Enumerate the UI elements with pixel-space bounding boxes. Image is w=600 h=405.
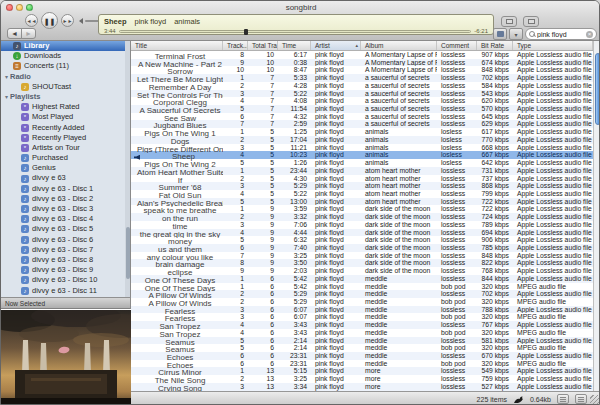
display-mode-button[interactable] [575, 394, 587, 404]
table-row[interactable]: Pigs (Three Different Ones)3511:21pink f… [131, 144, 593, 152]
table-row[interactable]: Set The Controls For The Heart ...375:22… [131, 90, 593, 98]
table-row[interactable]: Seamus562:14pink floydmeddlelossless581 … [131, 337, 593, 345]
sidebar-item-divvy-e-63-disc-1[interactable]: ♪divvy e 63 - Disc 1 [1, 184, 130, 194]
back-button[interactable]: ◄ [7, 28, 22, 39]
table-row[interactable]: Fat Old Sun455:22pink floydatom heart mo… [131, 190, 593, 198]
table-scroll-thumb[interactable] [595, 53, 600, 125]
column-header-title[interactable]: Title [131, 41, 223, 50]
column-header-album[interactable]: Album [361, 41, 437, 50]
sidebar-item-recently-added[interactable]: *Recently Added [1, 123, 130, 133]
seek-bar[interactable] [119, 30, 472, 33]
sidebar-scroll-thumb[interactable] [126, 227, 130, 279]
search-box[interactable]: × [525, 28, 597, 40]
equalizer-button[interactable] [557, 394, 569, 404]
table-row[interactable]: Seamus562:14pink floydmeddlebob pod320 k… [131, 344, 593, 352]
sidebar-item-radio[interactable]: ▾Radio [1, 72, 130, 82]
table-scrollbar[interactable] [593, 41, 600, 391]
table-row[interactable]: A Pillow Of Winds265:29pink floydmeddlel… [131, 290, 593, 298]
table-row[interactable]: A New Machine - Part 29100:38pink floydA… [131, 59, 593, 67]
table-row[interactable]: Corporal Clegg474:08pink floyda saucerfu… [131, 97, 593, 105]
table-row[interactable]: One Of These Days165:42pink floydmeddlel… [131, 275, 593, 283]
table-row[interactable]: Jugband Blues772:59pink floyda saucerful… [131, 120, 593, 128]
table-row[interactable]: Cirrus Minor1135:15pink floydmorelossles… [131, 367, 593, 375]
table-row[interactable]: If254:30pink floydatom heart motherlossl… [131, 175, 593, 183]
column-header-track-[interactable]: Track... [223, 41, 248, 50]
table-row[interactable]: Fearless366:07pink floydmeddlebob pod320… [131, 313, 593, 321]
table-row[interactable]: Terminal Frost8106:17pink floydA Momenta… [131, 51, 593, 59]
column-header-artist[interactable]: Artist [311, 41, 361, 50]
table-row[interactable]: any colour you like793:25pink floyddark … [131, 252, 593, 260]
sidebar-item-artists-on-tour[interactable]: *Artists on Tour [1, 143, 130, 153]
table-row[interactable]: A Pillow Of Winds265:29pink floydmeddleb… [131, 298, 593, 306]
table-row[interactable]: the great gig in the sky494:44pink floyd… [131, 229, 593, 237]
sidebar-item-divvy-e-63-disc-10[interactable]: ♪divvy e 63 - Disc 10 [1, 275, 130, 285]
table-row[interactable]: brain damage893:50pink floyddark side of… [131, 259, 593, 267]
sidebar-item-shoutcast[interactable]: ♪SHOUTcast [1, 82, 130, 92]
sidebar-item-divvy-e-63-disc-7[interactable]: ♪divvy e 63 - Disc 7 [1, 245, 130, 255]
sidebar-item-concerts-11-[interactable]: ≡Concerts (11) [1, 61, 130, 71]
pause-button[interactable]: ❚❚ [41, 12, 58, 29]
table-row[interactable]: us and them697:40pink floyddark side of … [131, 244, 593, 252]
table-row[interactable]: Sheep4510:23pink floydanimalslosless667 … [131, 151, 593, 159]
sidebar-item-downloads[interactable]: ↓Downloads [1, 51, 130, 61]
forward-button[interactable]: ► [21, 28, 36, 39]
table-row[interactable]: Summer '68355:29pink floydatom heart mot… [131, 182, 593, 190]
table-row[interactable]: speak to me breathe193:59pink floyddark … [131, 205, 593, 213]
sidebar-item-divvy-e-63-disc-5[interactable]: ♪divvy e 63 - Disc 5 [1, 224, 130, 234]
table-row[interactable]: money596:32pink floyddark side of the mo… [131, 236, 593, 244]
sidebar-item-divvy-e-63-disc-3[interactable]: ♪divvy e 63 - Disc 3 [1, 204, 130, 214]
now-selected-bar[interactable]: Now Selected [1, 297, 131, 309]
resize-grip[interactable] [590, 395, 600, 405]
table-row[interactable]: Remember A Day274:28pink floyda saucerfu… [131, 82, 593, 90]
column-header-type[interactable]: Type [513, 41, 593, 50]
feather-switch-button[interactable] [523, 16, 539, 27]
sidebar-item-recently-played[interactable]: *Recently Played [1, 133, 130, 143]
column-header-comment[interactable]: Comment [437, 41, 477, 50]
sidebar-item-genius[interactable]: ♪Genius [1, 163, 130, 173]
disclosure-triangle-icon[interactable]: ▾ [5, 92, 8, 102]
table-row[interactable]: Echoes6623:31pink floydmeddlelossless670… [131, 352, 593, 360]
table-row[interactable]: Fearless366:07pink floydmeddlelossless78… [131, 306, 593, 314]
table-row[interactable]: eclipse992:03pink floyddark side of the … [131, 267, 593, 275]
display-pane-toggle-button[interactable] [501, 16, 517, 27]
table-row[interactable]: See Saw674:32pink floyda saucerful of se… [131, 113, 593, 121]
sidebar-item-library[interactable]: ♪Library [1, 41, 130, 51]
table-row[interactable]: Pigs On The Wing 1151:25pink floydanimal… [131, 128, 593, 136]
sidebar-item-divvy-e-63-disc-6[interactable]: ♪divvy e 63 - Disc 6 [1, 235, 130, 245]
table-row[interactable]: Sorrow10108:47pink floydA Momentary Laps… [131, 66, 593, 74]
sidebar-item-divvy-e-63-disc-8[interactable]: ♪divvy e 63 - Disc 8 [1, 255, 130, 265]
sidebar-item-divvy-e-63-disc-2[interactable]: ♪divvy e 63 - Disc 2 [1, 194, 130, 204]
sidebar-item-purchased[interactable]: ♪Purchased [1, 153, 130, 163]
table-row[interactable]: San Tropez463:43pink floydmeddlebob pod3… [131, 329, 593, 337]
table-row[interactable]: Let There Be More Light175:33pink floyda… [131, 74, 593, 82]
table-row[interactable]: One Of These Days165:42pink floydmeddleb… [131, 283, 593, 291]
search-filter-dropdown[interactable]: ▾ [509, 28, 523, 40]
search-input[interactable] [537, 31, 586, 38]
table-row[interactable]: San Tropez463:43pink floydmeddlelossless… [131, 321, 593, 329]
sidebar-item-divvy-e-63-disc-11[interactable]: ♪divvy e 63 - Disc 11 [1, 286, 130, 296]
table-row[interactable]: The Nile Song2133:25pink floydmorelossle… [131, 375, 593, 383]
table-row[interactable]: time397:06pink floyddark side of the moo… [131, 221, 593, 229]
sidebar-item-divvy-e-63-disc-4[interactable]: ♪divvy e 63 - Disc 4 [1, 214, 130, 224]
table-row[interactable]: A Saucerful Of Secrets5711:54pink floyda… [131, 105, 593, 113]
sidebar-scrollbar[interactable] [125, 41, 130, 297]
table-row[interactable]: Pigs On The Wing 2551:26pink floydanimal… [131, 159, 593, 167]
title-bar[interactable]: songbird [1, 1, 600, 14]
sidebar-item-playlists[interactable]: ▾Playlists [1, 92, 130, 102]
column-header-time[interactable]: Time [278, 41, 311, 50]
next-track-button[interactable]: ►► [61, 14, 74, 27]
table-row[interactable]: Crying Song3133:34pink floydmorelossless… [131, 383, 593, 391]
sidebar-item-divvy-e-63[interactable]: ♪divvy e 63 [1, 173, 130, 183]
column-header-bit-rate[interactable]: Bit Rate [477, 41, 513, 50]
table-row[interactable]: Echoes6623:31pink floydmeddlebob pod320 … [131, 360, 593, 368]
filter-pane-button[interactable] [493, 28, 507, 40]
clear-search-icon[interactable]: × [586, 31, 593, 38]
table-row[interactable]: Atom Heart Mother Suite1523:44pink floyd… [131, 167, 593, 175]
sidebar-item-highest-rated[interactable]: *Highest Rated [1, 102, 130, 112]
table-row[interactable]: Dogs2517:04pink floydanimalslosless770 k… [131, 136, 593, 144]
previous-track-button[interactable]: ◄◄ [25, 14, 38, 27]
sidebar-item-divvy-e-63-disc-9[interactable]: ♪divvy e 63 - Disc 9 [1, 265, 130, 275]
sidebar-item-most-played[interactable]: *Most Played [1, 112, 130, 122]
disclosure-triangle-icon[interactable]: ▾ [5, 72, 8, 82]
table-row[interactable]: Alan's Psychedelic Breakfast5513:00pink … [131, 198, 593, 206]
